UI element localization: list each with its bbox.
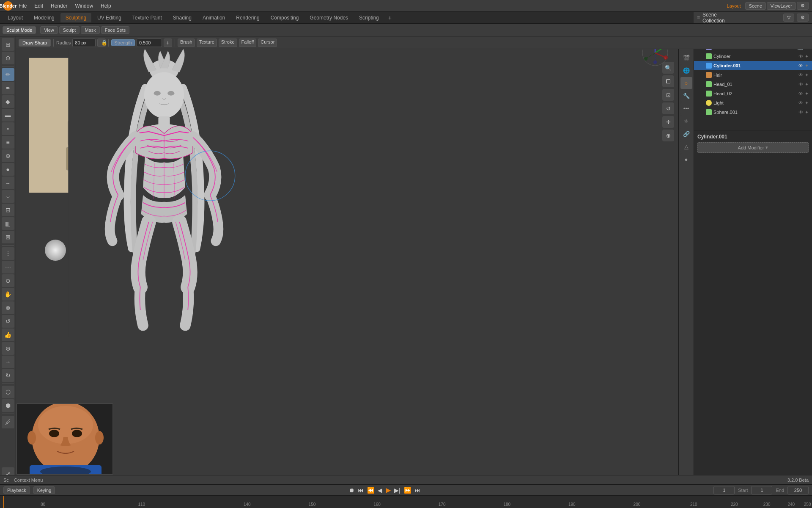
tool-multires-smooth[interactable]: ⋯ <box>2 261 14 273</box>
tool-draw[interactable]: ✏ <box>2 68 14 81</box>
menu-help[interactable]: Help <box>97 2 115 10</box>
prop-particles[interactable]: ••• <box>680 102 692 114</box>
zoom-in-btn[interactable]: 🔍 <box>662 62 674 74</box>
tool-grab[interactable]: ✋ <box>2 288 14 301</box>
tab-animation[interactable]: Animation <box>198 13 230 22</box>
local-view-btn[interactable]: ⊡ <box>662 89 674 101</box>
tool-crease[interactable]: ⌢ <box>2 177 14 189</box>
tool-box-select[interactable]: ⊞ <box>2 38 14 51</box>
radius-input[interactable] <box>72 39 96 47</box>
menu-edit[interactable]: Edit <box>31 2 47 10</box>
cylinder001-render[interactable]: ✦ <box>805 63 809 69</box>
strength-input[interactable] <box>137 39 162 47</box>
hair-eye[interactable]: 👁 <box>798 72 803 77</box>
prev-frame-btn[interactable]: ◀ <box>377 487 383 494</box>
falloff-dropdown[interactable]: Falloff <box>239 39 257 47</box>
tab-compositing[interactable]: Compositing <box>266 13 304 22</box>
outliner-hair[interactable]: Hair 👁 ✦ <box>694 70 812 80</box>
end-frame-input[interactable] <box>787 486 809 494</box>
prop-data[interactable]: △ <box>680 141 692 152</box>
cylinder-eye[interactable]: 👁 <box>798 54 803 59</box>
tab-uv-editing[interactable]: UV Editing <box>92 13 126 22</box>
texture-dropdown[interactable]: Texture <box>197 39 217 47</box>
tool-annotate[interactable]: 🖊 <box>2 416 14 428</box>
cylinder001-eye[interactable]: 👁 <box>798 63 803 68</box>
hair-render[interactable]: ✦ <box>805 72 809 78</box>
outliner-head01[interactable]: Head_01 👁 ✦ <box>694 80 812 89</box>
add-workspace-button[interactable]: + <box>385 13 395 23</box>
tool-face-set-paint[interactable]: ⬡ <box>2 386 14 398</box>
tool-blob[interactable]: ● <box>2 163 14 176</box>
outliner-sphere001[interactable]: Sphere.001 👁 ✦ <box>694 108 812 117</box>
tool-multires-disp[interactable]: ⋮ <box>2 247 14 260</box>
tab-shading[interactable]: Shading <box>168 13 197 22</box>
timeline-playhead[interactable] <box>3 496 4 508</box>
cursor-dropdown[interactable]: Cursor <box>258 39 277 47</box>
tab-scripting[interactable]: Scripting <box>354 13 384 22</box>
prop-physics[interactable]: ⚛ <box>680 115 692 127</box>
prop-constraints[interactable]: 🔗 <box>680 128 692 140</box>
tool-pinch[interactable]: ⊙ <box>2 274 14 287</box>
zoom-btn[interactable]: ⊕ <box>662 130 674 141</box>
view-layer-selector[interactable]: ViewLayer <box>767 2 796 10</box>
timeline-body[interactable]: 80 110 140 150 160 170 180 190 200 210 2… <box>0 496 812 508</box>
orbit-btn[interactable]: ↺ <box>662 102 674 114</box>
outliner-filter[interactable]: ▽ <box>783 14 794 22</box>
prop-object[interactable]: ○ <box>680 77 692 89</box>
tool-elastic[interactable]: ⊚ <box>2 301 14 314</box>
tool-draw-sharp[interactable]: ✒ <box>2 82 14 94</box>
outliner-cylinder[interactable]: Cylinder 👁 ✦ <box>694 52 812 61</box>
move-btn[interactable]: ✛ <box>662 116 674 128</box>
skip-first-btn[interactable]: ⏮ <box>357 487 365 494</box>
tool-scrape[interactable]: ⊠ <box>2 231 14 243</box>
view-menu[interactable]: View <box>40 26 58 34</box>
light-render[interactable]: ✦ <box>805 100 809 106</box>
add-modifier-button[interactable]: Add Modifier ▾ <box>697 142 809 153</box>
outliner-cylinder-001[interactable]: Cylinder.001 👁 ✦ <box>694 61 812 70</box>
cylinder-render[interactable]: ✦ <box>805 54 809 59</box>
head02-render[interactable]: ✦ <box>805 91 809 97</box>
tab-layout[interactable]: Layout <box>3 13 28 22</box>
lock-radius-btn[interactable]: 🔒 <box>97 39 106 47</box>
keying-menu[interactable]: Keying <box>33 486 55 494</box>
light-eye[interactable]: 👁 <box>798 100 803 105</box>
tool-smooth[interactable]: ⌣ <box>2 190 14 203</box>
tool-fill[interactable]: ▥ <box>2 217 14 230</box>
prop-world[interactable]: 🌐 <box>680 64 692 76</box>
tool-flatten[interactable]: ⊟ <box>2 204 14 216</box>
add-brush-btn[interactable]: + <box>164 39 172 47</box>
perspective-btn[interactable]: ⧠ <box>662 75 674 87</box>
menu-render[interactable]: Render <box>47 2 71 10</box>
start-frame-input[interactable] <box>751 486 772 494</box>
playback-menu[interactable]: Playback <box>3 486 30 494</box>
next-keyframe-btn[interactable]: ⏩ <box>403 487 412 494</box>
brush-dropdown[interactable]: Brush <box>178 39 195 47</box>
sphere001-render[interactable]: ✦ <box>805 110 809 115</box>
active-brush-name[interactable]: Draw Sharp <box>19 39 51 47</box>
outliner-light[interactable]: Light 👁 ✦ <box>694 98 812 108</box>
tab-rendering[interactable]: Rendering <box>231 13 264 22</box>
tab-modeling[interactable]: Modeling <box>29 13 60 22</box>
current-frame-input[interactable] <box>713 486 735 494</box>
menu-window[interactable]: Window <box>71 2 96 10</box>
record-btn[interactable]: ⏺ <box>348 487 355 494</box>
tool-clay[interactable]: ◆ <box>2 95 14 108</box>
tool-nudge[interactable]: → <box>2 356 14 368</box>
tool-clay-thumb[interactable]: ▫ <box>2 122 14 135</box>
tool-clay-strips[interactable]: ▬ <box>2 109 14 121</box>
sphere001-eye[interactable]: 👁 <box>798 110 803 115</box>
prop-scene[interactable]: 🎬 <box>680 52 692 64</box>
head01-eye[interactable]: 👁 <box>798 82 803 87</box>
mask-menu[interactable]: Mask <box>81 26 99 34</box>
outliner-head02[interactable]: Head_02 👁 ✦ <box>694 89 812 98</box>
tool-layer[interactable]: ≡ <box>2 136 14 149</box>
tool-thumb[interactable]: 👍 <box>2 329 14 341</box>
play-btn[interactable]: ▶ <box>385 486 392 494</box>
stroke-dropdown[interactable]: Stroke <box>219 39 237 47</box>
head01-render[interactable]: ✦ <box>805 82 809 87</box>
tool-inflate[interactable]: ⊕ <box>2 149 14 162</box>
prop-modifier[interactable]: 🔧 <box>680 90 692 102</box>
outliner-settings[interactable]: ⚙ <box>797 14 809 22</box>
skip-last-btn[interactable]: ⏭ <box>414 487 421 494</box>
face-sets-menu[interactable]: Face Sets <box>101 26 130 34</box>
